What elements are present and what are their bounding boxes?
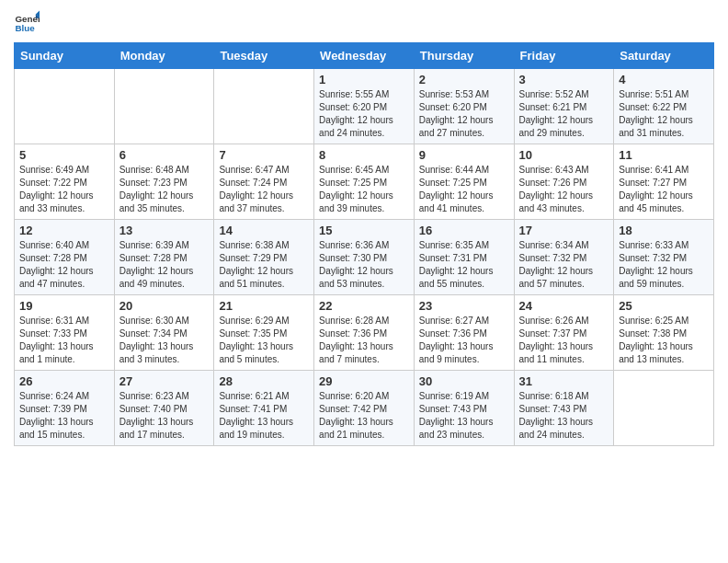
day-info: Sunrise: 6:18 AM Sunset: 7:43 PM Dayligh… (519, 390, 609, 442)
day-info: Sunrise: 6:29 AM Sunset: 7:35 PM Dayligh… (219, 315, 309, 366)
day-info: Sunrise: 6:21 AM Sunset: 7:41 PM Dayligh… (219, 390, 309, 442)
day-info: Sunrise: 6:44 AM Sunset: 7:25 PM Dayligh… (419, 164, 509, 215)
calendar-cell: 26Sunrise: 6:24 AM Sunset: 7:39 PM Dayli… (15, 371, 115, 446)
day-number: 26 (19, 374, 109, 388)
calendar-cell (15, 69, 115, 144)
day-info: Sunrise: 6:38 AM Sunset: 7:29 PM Dayligh… (219, 239, 309, 291)
day-info: Sunrise: 6:31 AM Sunset: 7:33 PM Dayligh… (19, 315, 109, 366)
day-number: 29 (319, 374, 409, 388)
day-number: 30 (419, 374, 509, 388)
calendar-cell: 20Sunrise: 6:30 AM Sunset: 7:34 PM Dayli… (114, 295, 214, 371)
day-info: Sunrise: 6:34 AM Sunset: 7:32 PM Dayligh… (519, 239, 609, 291)
calendar-cell (114, 69, 214, 144)
day-number: 15 (319, 224, 409, 237)
calendar-cell (214, 69, 314, 144)
day-info: Sunrise: 6:28 AM Sunset: 7:36 PM Dayligh… (319, 315, 409, 366)
calendar-cell: 13Sunrise: 6:39 AM Sunset: 7:28 PM Dayli… (114, 220, 214, 295)
calendar-cell: 21Sunrise: 6:29 AM Sunset: 7:35 PM Dayli… (214, 295, 314, 371)
day-number: 23 (419, 299, 509, 313)
weekday-header-thursday: Thursday (414, 43, 514, 69)
calendar-cell: 17Sunrise: 6:34 AM Sunset: 7:32 PM Dayli… (514, 220, 614, 295)
calendar-cell: 4Sunrise: 5:51 AM Sunset: 6:22 PM Daylig… (614, 69, 714, 144)
day-info: Sunrise: 6:45 AM Sunset: 7:25 PM Dayligh… (319, 164, 409, 215)
calendar-cell: 1Sunrise: 5:55 AM Sunset: 6:20 PM Daylig… (314, 69, 415, 144)
day-number: 10 (519, 148, 609, 162)
day-number: 7 (219, 148, 309, 162)
day-number: 20 (119, 299, 210, 313)
calendar-cell: 2Sunrise: 5:53 AM Sunset: 6:20 PM Daylig… (414, 69, 514, 144)
day-number: 2 (419, 73, 509, 86)
day-number: 8 (319, 148, 409, 162)
day-info: Sunrise: 6:39 AM Sunset: 7:28 PM Dayligh… (119, 239, 210, 291)
calendar-cell: 22Sunrise: 6:28 AM Sunset: 7:36 PM Dayli… (314, 295, 415, 371)
calendar-cell (614, 371, 714, 446)
day-number: 6 (119, 148, 210, 162)
logo: General Blue (14, 9, 43, 35)
calendar-cell: 27Sunrise: 6:23 AM Sunset: 7:40 PM Dayli… (114, 371, 214, 446)
day-info: Sunrise: 6:19 AM Sunset: 7:43 PM Dayligh… (419, 390, 509, 442)
weekday-header-row: SundayMondayTuesdayWednesdayThursdayFrid… (15, 43, 714, 69)
calendar: SundayMondayTuesdayWednesdayThursdayFrid… (14, 42, 714, 446)
weekday-header-wednesday: Wednesday (314, 43, 415, 69)
calendar-cell: 24Sunrise: 6:26 AM Sunset: 7:37 PM Dayli… (514, 295, 614, 371)
calendar-cell: 18Sunrise: 6:33 AM Sunset: 7:32 PM Dayli… (614, 220, 714, 295)
day-info: Sunrise: 6:24 AM Sunset: 7:39 PM Dayligh… (19, 390, 109, 442)
day-number: 12 (19, 224, 109, 237)
day-number: 13 (119, 224, 210, 237)
day-info: Sunrise: 6:26 AM Sunset: 7:37 PM Dayligh… (519, 315, 609, 366)
day-info: Sunrise: 6:47 AM Sunset: 7:24 PM Dayligh… (219, 164, 309, 215)
day-number: 9 (419, 148, 509, 162)
day-number: 17 (519, 224, 609, 237)
calendar-cell: 25Sunrise: 6:25 AM Sunset: 7:38 PM Dayli… (614, 295, 714, 371)
day-info: Sunrise: 6:25 AM Sunset: 7:38 PM Dayligh… (619, 315, 709, 366)
day-number: 27 (119, 374, 210, 388)
day-number: 1 (319, 73, 409, 86)
calendar-week-row: 19Sunrise: 6:31 AM Sunset: 7:33 PM Dayli… (15, 295, 714, 371)
calendar-cell: 15Sunrise: 6:36 AM Sunset: 7:30 PM Dayli… (314, 220, 415, 295)
day-number: 19 (19, 299, 109, 313)
day-info: Sunrise: 5:51 AM Sunset: 6:22 PM Dayligh… (619, 88, 709, 140)
svg-text:Blue: Blue (15, 23, 35, 33)
calendar-week-row: 26Sunrise: 6:24 AM Sunset: 7:39 PM Dayli… (15, 371, 714, 446)
calendar-cell: 28Sunrise: 6:21 AM Sunset: 7:41 PM Dayli… (214, 371, 314, 446)
day-info: Sunrise: 6:40 AM Sunset: 7:28 PM Dayligh… (19, 239, 109, 291)
day-info: Sunrise: 5:55 AM Sunset: 6:20 PM Dayligh… (319, 88, 409, 140)
calendar-cell: 5Sunrise: 6:49 AM Sunset: 7:22 PM Daylig… (15, 144, 115, 220)
day-info: Sunrise: 6:36 AM Sunset: 7:30 PM Dayligh… (319, 239, 409, 291)
weekday-header-monday: Monday (114, 43, 214, 69)
weekday-header-sunday: Sunday (15, 43, 115, 69)
day-number: 31 (519, 374, 609, 388)
day-number: 4 (619, 73, 709, 86)
calendar-cell: 19Sunrise: 6:31 AM Sunset: 7:33 PM Dayli… (15, 295, 115, 371)
day-info: Sunrise: 6:20 AM Sunset: 7:42 PM Dayligh… (319, 390, 409, 442)
day-info: Sunrise: 6:30 AM Sunset: 7:34 PM Dayligh… (119, 315, 210, 366)
calendar-cell: 12Sunrise: 6:40 AM Sunset: 7:28 PM Dayli… (15, 220, 115, 295)
weekday-header-friday: Friday (514, 43, 614, 69)
day-number: 11 (619, 148, 709, 162)
calendar-cell: 16Sunrise: 6:35 AM Sunset: 7:31 PM Dayli… (414, 220, 514, 295)
day-number: 21 (219, 299, 309, 313)
calendar-cell: 8Sunrise: 6:45 AM Sunset: 7:25 PM Daylig… (314, 144, 415, 220)
day-number: 14 (219, 224, 309, 237)
day-number: 16 (419, 224, 509, 237)
logo-icon: General Blue (14, 9, 40, 35)
weekday-header-saturday: Saturday (614, 43, 714, 69)
calendar-cell: 23Sunrise: 6:27 AM Sunset: 7:36 PM Dayli… (414, 295, 514, 371)
header: General Blue (14, 9, 714, 35)
day-number: 18 (619, 224, 709, 237)
day-info: Sunrise: 6:27 AM Sunset: 7:36 PM Dayligh… (419, 315, 509, 366)
day-info: Sunrise: 6:43 AM Sunset: 7:26 PM Dayligh… (519, 164, 609, 215)
calendar-cell: 9Sunrise: 6:44 AM Sunset: 7:25 PM Daylig… (414, 144, 514, 220)
calendar-cell: 29Sunrise: 6:20 AM Sunset: 7:42 PM Dayli… (314, 371, 415, 446)
day-info: Sunrise: 6:33 AM Sunset: 7:32 PM Dayligh… (619, 239, 709, 291)
calendar-cell: 31Sunrise: 6:18 AM Sunset: 7:43 PM Dayli… (514, 371, 614, 446)
day-info: Sunrise: 6:23 AM Sunset: 7:40 PM Dayligh… (119, 390, 210, 442)
calendar-cell: 11Sunrise: 6:41 AM Sunset: 7:27 PM Dayli… (614, 144, 714, 220)
day-number: 5 (19, 148, 109, 162)
day-number: 22 (319, 299, 409, 313)
day-info: Sunrise: 6:41 AM Sunset: 7:27 PM Dayligh… (619, 164, 709, 215)
calendar-cell: 10Sunrise: 6:43 AM Sunset: 7:26 PM Dayli… (514, 144, 614, 220)
calendar-cell: 3Sunrise: 5:52 AM Sunset: 6:21 PM Daylig… (514, 69, 614, 144)
calendar-cell: 6Sunrise: 6:48 AM Sunset: 7:23 PM Daylig… (114, 144, 214, 220)
calendar-cell: 30Sunrise: 6:19 AM Sunset: 7:43 PM Dayli… (414, 371, 514, 446)
